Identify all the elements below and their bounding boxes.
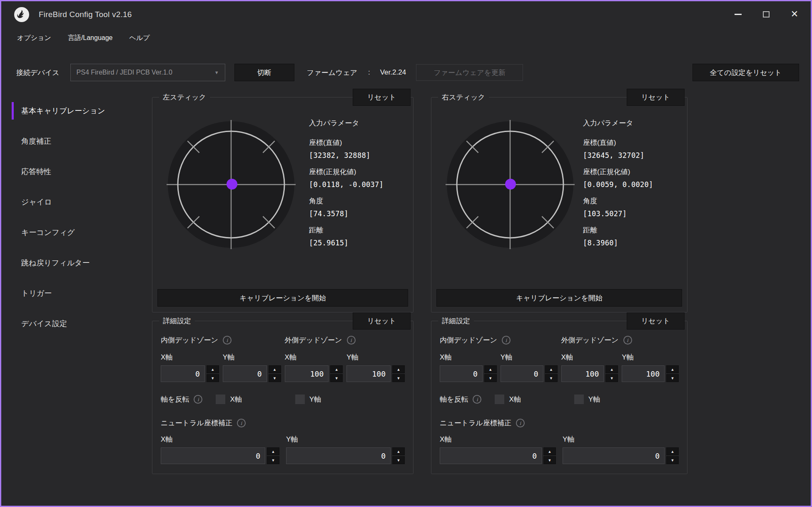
neutral-y-input[interactable]: 0: [563, 447, 665, 464]
left-detail-reset-button[interactable]: リセット: [353, 312, 411, 330]
spin-down-button[interactable]: ▼: [666, 456, 679, 464]
info-icon[interactable]: i: [194, 395, 202, 404]
right-detail-reset-button[interactable]: リセット: [627, 312, 685, 330]
info-icon[interactable]: i: [623, 336, 632, 345]
x-axis-label: X軸: [230, 395, 242, 404]
neutral-correction-label: ニュートラル座標補正: [440, 418, 511, 428]
neutral-x-input[interactable]: 0: [440, 447, 542, 464]
info-icon[interactable]: i: [502, 336, 511, 345]
menu-options[interactable]: オプション: [17, 34, 51, 42]
device-select[interactable]: PS4 FireBird / JEDI PCB Ver.1.0 ▼: [70, 64, 225, 81]
spin-down-button[interactable]: ▼: [605, 374, 618, 382]
menu-help[interactable]: ヘルプ: [130, 34, 150, 42]
spin-down-button[interactable]: ▼: [543, 456, 556, 464]
inner-deadzone-label: 内側デッドゾーン: [161, 335, 218, 345]
info-icon[interactable]: i: [237, 419, 246, 427]
normalized-coords-label: 座標(正規化値): [309, 167, 408, 177]
spin-down-button[interactable]: ▼: [207, 374, 219, 382]
spin-up-button[interactable]: ▲: [267, 447, 279, 455]
left-stick-reset-button[interactable]: リセット: [353, 89, 411, 106]
invert-axes-header: 軸を反転 i: [440, 395, 481, 404]
sidebar-item-trigger[interactable]: トリガー: [12, 284, 145, 303]
left-detail-settings-panel: 詳細設定 リセット 内側デッドゾーン i 外側デッドゾーン i X軸 Y軸 X軸…: [152, 321, 413, 474]
invert-axes-row: 軸を反転 i X軸 Y軸: [161, 395, 405, 404]
outer-deadzone-x-input[interactable]: 100: [285, 365, 329, 382]
normalized-coords-value: [0.0118, -0.0037]: [309, 180, 408, 189]
menu-language[interactable]: 言語/Language: [68, 34, 113, 42]
inner-deadzone-x-input[interactable]: 0: [161, 365, 205, 382]
spin-down-button[interactable]: ▼: [267, 456, 279, 464]
sidebar-item-device-settings[interactable]: デバイス設定: [12, 314, 145, 333]
spin-up-button[interactable]: ▲: [543, 447, 556, 455]
left-stick-calibrate-button[interactable]: キャリブレーションを開始: [157, 289, 408, 307]
invert-x-checkbox[interactable]: [495, 395, 504, 404]
spin-up-button[interactable]: ▲: [605, 365, 618, 373]
info-icon[interactable]: i: [223, 336, 232, 345]
sidebar-item-basic-calibration[interactable]: 基本キャリブレーション: [12, 101, 145, 120]
outer-deadzone-y-spinner: 100 ▲▼: [346, 365, 405, 382]
spin-down-button[interactable]: ▼: [330, 374, 343, 382]
spin-down-button[interactable]: ▼: [666, 374, 679, 382]
spin-up-button[interactable]: ▲: [545, 365, 558, 373]
sidebar-item-key-config[interactable]: キーコンフィグ: [12, 223, 145, 242]
invert-y-checkbox[interactable]: [295, 395, 305, 404]
spin-down-button[interactable]: ▼: [545, 374, 558, 382]
x-axis-label: X軸: [561, 352, 618, 362]
spin-up-button[interactable]: ▲: [207, 365, 219, 373]
disconnect-button[interactable]: 切断: [234, 64, 294, 81]
invert-y-checkbox[interactable]: [574, 395, 584, 404]
outer-deadzone-y-input[interactable]: 100: [622, 365, 665, 382]
y-axis-label: Y軸: [346, 352, 405, 362]
neutral-y-input[interactable]: 0: [286, 447, 391, 464]
chevron-down-icon: ▼: [214, 70, 219, 75]
selected-indicator: [12, 102, 14, 120]
spin-up-button[interactable]: ▲: [392, 365, 405, 373]
neutral-x-input[interactable]: 0: [161, 447, 265, 464]
info-icon[interactable]: i: [516, 419, 525, 427]
inner-deadzone-label: 内側デッドゾーン: [440, 335, 497, 345]
outer-deadzone-x-input[interactable]: 100: [561, 365, 604, 382]
reset-all-settings-button[interactable]: 全ての設定をリセット: [692, 64, 799, 81]
spin-up-button[interactable]: ▲: [269, 365, 281, 373]
maximize-button[interactable]: [757, 5, 776, 23]
spin-up-button[interactable]: ▲: [484, 365, 497, 373]
spin-up-button[interactable]: ▲: [330, 365, 343, 373]
spin-up-button[interactable]: ▲: [392, 447, 405, 455]
spin-up-button[interactable]: ▲: [666, 365, 679, 373]
spin-down-button[interactable]: ▼: [392, 374, 405, 382]
close-button[interactable]: ✕: [785, 5, 804, 23]
sidebar-item-response-curve[interactable]: 応答特性: [12, 162, 145, 181]
input-parameters: 入力パラメータ 座標(直値) [32382, 32888] 座標(正規化値) […: [309, 118, 408, 255]
inner-deadzone-x-input[interactable]: 0: [440, 365, 483, 382]
neutral-x-spinner: 0 ▲▼: [440, 447, 556, 464]
spin-up-button[interactable]: ▲: [666, 447, 679, 455]
distance-label: 距離: [583, 225, 682, 235]
right-stick-reset-button[interactable]: リセット: [627, 89, 685, 106]
neutral-y-spinner: 0 ▲▼: [286, 447, 405, 464]
title-bar: FireBird Config Tool v2.16 ✕: [1, 1, 811, 28]
outer-deadzone-label: 外側デッドゾーン: [561, 335, 619, 345]
raw-coords-value: [32645, 32702]: [583, 151, 682, 160]
outer-deadzone-label: 外側デッドゾーン: [285, 335, 342, 345]
right-stick-calibrate-button[interactable]: キャリブレーションを開始: [436, 289, 682, 307]
inner-deadzone-y-input[interactable]: 0: [501, 365, 543, 382]
sidebar-item-gyro[interactable]: ジャイロ: [12, 192, 145, 212]
spin-down-button[interactable]: ▼: [269, 374, 281, 382]
neutral-y-spinner: 0 ▲▼: [563, 447, 679, 464]
maximize-icon: [763, 11, 770, 17]
update-firmware-button[interactable]: ファームウェアを更新: [416, 64, 523, 81]
y-axis-label: Y軸: [309, 395, 321, 404]
inner-deadzone-y-input[interactable]: 0: [223, 365, 267, 382]
spin-down-button[interactable]: ▼: [392, 456, 405, 464]
minimize-button[interactable]: [728, 5, 747, 23]
angle-label: 角度: [309, 196, 408, 206]
spin-down-button[interactable]: ▼: [484, 374, 497, 382]
sidebar-item-bounce-filter[interactable]: 跳ね戻りフィルター: [12, 253, 145, 272]
info-icon[interactable]: i: [347, 336, 356, 345]
outer-deadzone-y-input[interactable]: 100: [346, 365, 391, 382]
info-icon[interactable]: i: [473, 395, 481, 404]
invert-x-checkbox[interactable]: [216, 395, 225, 404]
raw-coords-value: [32382, 32888]: [309, 151, 408, 160]
neutral-correction-header: ニュートラル座標補正 i: [440, 418, 679, 428]
sidebar-item-angle-correction[interactable]: 角度補正: [12, 132, 145, 151]
